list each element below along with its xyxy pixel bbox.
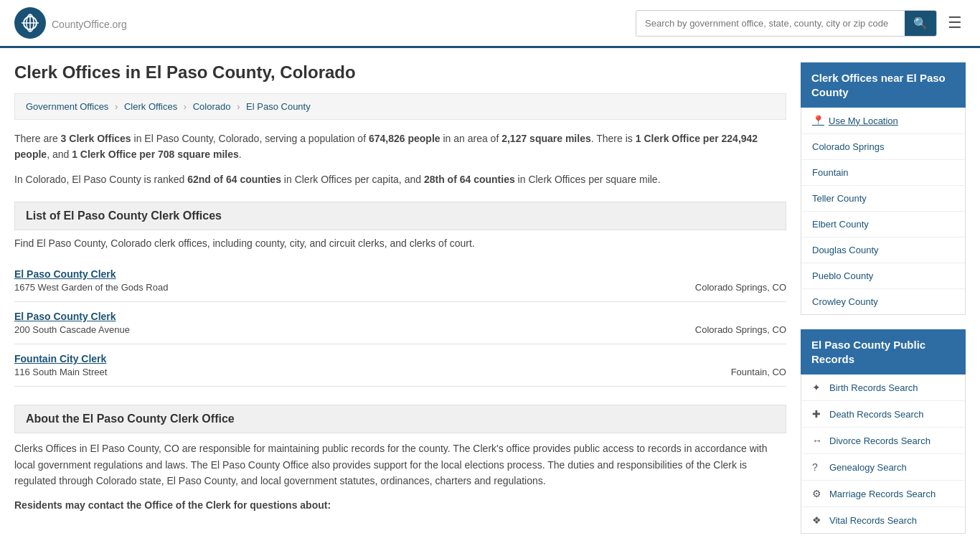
sidebar-link-death-records[interactable]: ✚ Death Records Search — [801, 401, 965, 428]
sidebar-link-pueblo-county[interactable]: Pueblo County — [801, 263, 965, 289]
office-address-1: 1675 West Garden of the Gods Road — [14, 282, 168, 293]
header: CountyOffice.org 🔍 ☰ — [0, 0, 980, 48]
office-address-2: 200 South Cascade Avenue — [14, 324, 130, 335]
sidebar: Clerk Offices near El Paso County 📍 Use … — [801, 62, 966, 548]
sidebar-public-records-header: El Paso County Public Records — [801, 329, 966, 375]
about-text: Clerks Offices in El Paso County, CO are… — [14, 441, 786, 489]
genealogy-label: Genealogy Search — [829, 462, 907, 473]
sidebar-link-douglas-county[interactable]: Douglas County — [801, 237, 965, 263]
sidebar-link-marriage-records[interactable]: ⚙ Marriage Records Search — [801, 481, 965, 507]
sidebar-nearby-label-5: Pueblo County — [812, 270, 873, 281]
death-records-icon: ✚ — [812, 408, 824, 420]
header-right: 🔍 ☰ — [636, 10, 966, 37]
sidebar-nearby-label-0: Colorado Springs — [812, 141, 884, 152]
office-link-1[interactable]: El Paso County Clerk — [14, 268, 786, 280]
breadcrumb-colorado[interactable]: Colorado — [193, 101, 231, 112]
marriage-records-icon: ⚙ — [812, 488, 824, 499]
content-area: Clerk Offices in El Paso County, Colorad… — [14, 62, 786, 548]
breadcrumb-sep-1: › — [115, 101, 118, 112]
about-section-header: About the El Paso County Clerk Office — [14, 405, 786, 433]
search-bar: 🔍 — [636, 10, 937, 37]
marriage-records-label: Marriage Records Search — [829, 489, 936, 499]
genealogy-icon: ? — [812, 461, 824, 473]
office-item-2: El Paso County Clerk 200 South Cascade A… — [14, 302, 786, 344]
office-city-1: Colorado Springs, CO — [695, 282, 786, 293]
sidebar-link-elbert-county[interactable]: Elbert County — [801, 212, 965, 237]
breadcrumb-el-paso-county[interactable]: El Paso County — [246, 101, 311, 112]
search-input[interactable] — [636, 12, 905, 34]
office-item-3: Fountain City Clerk 116 South Main Stree… — [14, 344, 786, 387]
office-row-1: 1675 West Garden of the Gods Road Colora… — [14, 282, 786, 293]
hamburger-menu-icon[interactable]: ☰ — [944, 10, 966, 36]
office-city-2: Colorado Springs, CO — [695, 324, 786, 335]
logo-icon — [14, 7, 46, 39]
location-pin-icon: 📍 — [812, 115, 824, 126]
office-link-2[interactable]: El Paso County Clerk — [14, 311, 786, 322]
sidebar-public-records-section: El Paso County Public Records ✦ Birth Re… — [801, 329, 966, 534]
sidebar-link-colorado-springs[interactable]: Colorado Springs — [801, 134, 965, 160]
office-address-3: 116 South Main Street — [14, 367, 107, 377]
office-city-3: Fountain, CO — [731, 367, 786, 377]
breadcrumb-government-offices[interactable]: Government Offices — [26, 101, 108, 112]
office-row-3: 116 South Main Street Fountain, CO — [14, 367, 786, 377]
sidebar-nearby-label-1: Fountain — [812, 167, 849, 178]
info-paragraph-2: In Colorado, El Paso County is ranked 62… — [14, 171, 786, 187]
sidebar-link-vital-records[interactable]: ❖ Vital Records Search — [801, 507, 965, 533]
sidebar-nearby-body: 📍 Use My Location Colorado Springs Fount… — [801, 108, 966, 315]
list-section-header: List of El Paso County Clerk Offices — [14, 202, 786, 230]
logo-area: CountyOffice.org — [14, 7, 127, 39]
birth-records-label: Birth Records Search — [829, 382, 918, 393]
sidebar-link-crowley-county[interactable]: Crowley County — [801, 289, 965, 314]
vital-records-label: Vital Records Search — [829, 515, 917, 526]
sidebar-nearby-label-6: Crowley County — [812, 296, 878, 307]
sidebar-nearby-header: Clerk Offices near El Paso County — [801, 62, 966, 108]
use-location-label: Use My Location — [829, 116, 898, 126]
vital-records-icon: ❖ — [812, 514, 824, 526]
list-section-desc: Find El Paso County, Colorado clerk offi… — [14, 237, 786, 249]
divorce-records-icon: ↔ — [812, 435, 824, 446]
per-sqmile: 1 Clerk Office per 708 square miles — [72, 149, 239, 160]
page-title: Clerk Offices in El Paso County, Colorad… — [14, 62, 786, 83]
office-item-1: El Paso County Clerk 1675 West Garden of… — [14, 260, 786, 302]
info-paragraph-1: There are 3 Clerk Offices in El Paso Cou… — [14, 131, 786, 163]
rank-sqmile: 28th of 64 counties — [424, 174, 515, 185]
sidebar-public-records-body: ✦ Birth Records Search ✚ Death Records S… — [801, 375, 966, 534]
sidebar-nearby-label-3: Elbert County — [812, 219, 869, 230]
breadcrumb-sep-3: › — [237, 101, 240, 112]
sidebar-link-birth-records[interactable]: ✦ Birth Records Search — [801, 375, 965, 401]
sidebar-link-genealogy[interactable]: ? Genealogy Search — [801, 454, 965, 481]
area: 2,127 square miles — [501, 133, 591, 144]
clerk-offices-count: 3 Clerk Offices — [61, 133, 131, 144]
death-records-label: Death Records Search — [829, 409, 924, 420]
sidebar-nearby-label-4: Douglas County — [812, 245, 879, 255]
search-button[interactable]: 🔍 — [905, 11, 936, 36]
sidebar-nearby-label-2: Teller County — [812, 193, 867, 204]
office-row-2: 200 South Cascade Avenue Colorado Spring… — [14, 324, 786, 335]
logo-text: CountyOffice.org — [52, 15, 127, 32]
population: 674,826 people — [369, 133, 440, 144]
residents-text: Residents may contact the Office of the … — [14, 497, 786, 513]
breadcrumb-sep-2: › — [184, 101, 187, 112]
sidebar-use-location[interactable]: 📍 Use My Location — [801, 108, 965, 134]
sidebar-link-divorce-records[interactable]: ↔ Divorce Records Search — [801, 428, 965, 454]
main-container: Clerk Offices in El Paso County, Colorad… — [0, 48, 980, 551]
rank-capita: 62nd of 64 counties — [187, 174, 281, 185]
sidebar-link-teller-county[interactable]: Teller County — [801, 186, 965, 212]
birth-records-icon: ✦ — [812, 382, 824, 393]
sidebar-link-fountain[interactable]: Fountain — [801, 160, 965, 186]
divorce-records-label: Divorce Records Search — [829, 435, 930, 446]
breadcrumb: Government Offices › Clerk Offices › Col… — [14, 93, 786, 120]
sidebar-nearby-section: Clerk Offices near El Paso County 📍 Use … — [801, 62, 966, 315]
office-link-3[interactable]: Fountain City Clerk — [14, 353, 786, 364]
breadcrumb-clerk-offices[interactable]: Clerk Offices — [124, 101, 177, 112]
